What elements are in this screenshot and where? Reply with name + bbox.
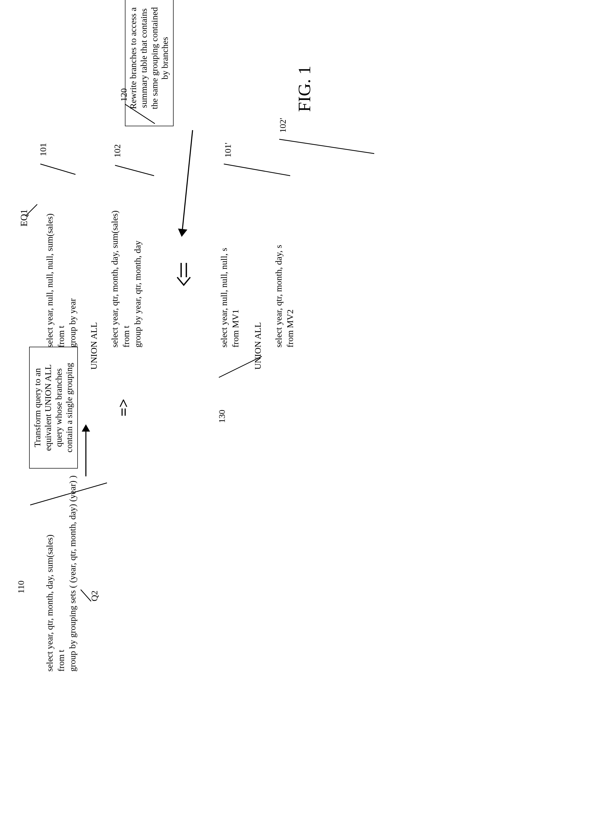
b101-l3: group by year: [67, 298, 78, 348]
box-110-l2: equivalent UNION ALL: [43, 353, 54, 462]
svg-line-14: [279, 139, 374, 154]
svg-line-6: [115, 165, 154, 176]
arrow-110-to-eq1: [78, 424, 94, 479]
eq1-leader: [25, 202, 41, 217]
arrow-glyph-1: =>: [114, 399, 132, 417]
svg-line-1: [30, 483, 107, 505]
marker-101: 101: [38, 143, 49, 156]
svg-marker-3: [82, 424, 90, 432]
leader-101p: [223, 163, 293, 178]
q2-line1: select year, qtr, month, day, sum(sales): [44, 535, 56, 671]
box-120-l4: by branches: [160, 0, 170, 120]
arrow-glyph-2: [179, 263, 197, 286]
b102p-l1: select year, qtr, month, day, s: [273, 245, 285, 348]
b101-l1: select year, null, null, null, sum(sales…: [44, 213, 56, 348]
svg-line-13: [224, 164, 290, 176]
svg-line-5: [40, 164, 75, 175]
svg-line-0: [81, 590, 91, 601]
box-110: Transform query to an equivalent UNION A…: [29, 347, 78, 468]
box-120-l1: Rewrite branches to access a: [128, 0, 139, 120]
marker-110: 110: [16, 580, 27, 593]
box-110-l4: contain a single grouping: [64, 353, 75, 462]
marker-101p: 101': [223, 142, 234, 157]
b102-l3: group by year, qtr, month, day: [132, 241, 144, 348]
marker-130: 130: [217, 410, 228, 423]
union-2: UNION ALL: [252, 322, 264, 370]
arrow-120-down: [177, 130, 198, 239]
figure-label: FIG. 1: [294, 66, 315, 112]
marker-102p: 102': [277, 118, 289, 133]
b101p-l2: from MV1: [230, 310, 241, 348]
q2-leader: [78, 588, 94, 604]
union-1: UNION ALL: [88, 322, 100, 370]
svg-marker-9: [178, 229, 188, 237]
b101p-l1: select year, null, null, null, s: [219, 248, 230, 348]
q2-line2: from t: [56, 650, 67, 671]
diagram-page: select year, qtr, month, day, sum(sales)…: [0, 0, 616, 840]
box-110-l3: query whose branches: [54, 353, 64, 462]
leader-102p: [278, 138, 377, 156]
box-120-l3: the same grouping contained: [150, 0, 160, 120]
svg-line-7: [125, 104, 155, 123]
b102-l2: from t: [121, 326, 132, 348]
leader-120: [125, 103, 159, 126]
marker-102: 102: [112, 144, 123, 157]
box-110-l1: Transform query to an: [32, 353, 43, 462]
svg-line-4: [25, 204, 37, 216]
b102-l1: select year, qtr, month, day, sum(sales): [109, 210, 120, 348]
leader-101: [40, 162, 78, 177]
b102p-l2: from MV2: [285, 310, 296, 348]
b101-l2: from t: [56, 326, 67, 348]
leader-102: [115, 163, 157, 178]
marker-120: 120: [119, 88, 130, 101]
box-120-l2: summary table that contains: [139, 0, 150, 120]
svg-line-8: [182, 130, 192, 232]
leader-110: [15, 482, 113, 510]
